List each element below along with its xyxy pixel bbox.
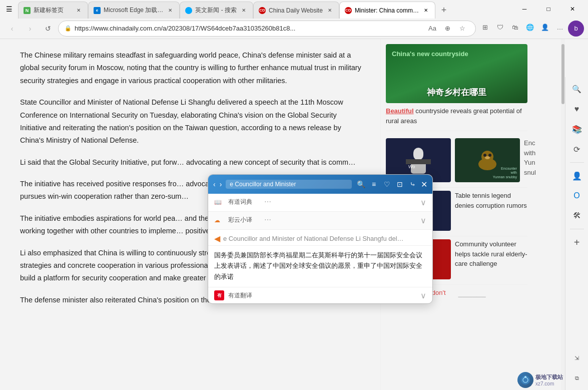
maximize-button[interactable]: □	[537, 1, 560, 17]
read-mode-button[interactable]: Aa	[425, 22, 439, 36]
speaker-svg: Wo	[406, 145, 431, 175]
caiyun-section: ☁ 彩云小译 ⋯ ∨	[208, 212, 432, 230]
caiyun-icon: ☁	[214, 217, 224, 224]
popup-menu-icon[interactable]: ≡	[369, 180, 379, 188]
sidebar-history-button[interactable]: ⟳	[568, 140, 586, 158]
tennis-news-text: Table tennis legend denies corruption ru…	[455, 191, 527, 231]
shopping-button[interactable]: 🛍	[508, 21, 522, 35]
watermark-url-text: xz7.com	[535, 381, 563, 386]
browser-frame: ☰ N 新建标签页 ✕ e Microsoft Edge 加载… ✕ 英文新闻 …	[0, 0, 588, 390]
translation-text: 国务委员兼国防部长李尚福星期二在莫斯科举行的第十一届国际安全会议上发表讲话，阐述…	[214, 250, 426, 282]
sidebar-favorites-button[interactable]: ♥	[568, 100, 586, 118]
popup-bookmark-icon[interactable]: ⊡	[395, 180, 405, 188]
yunnan-image[interactable]: EncounterwithYunnan snubby	[455, 138, 520, 182]
sidebar-split-button[interactable]: ⧉	[568, 369, 586, 387]
popup-close-btn[interactable]: ✕	[421, 180, 427, 189]
countryside-en-text: China's new countryside	[392, 50, 521, 58]
tab-chinadaily-close[interactable]: ✕	[326, 7, 334, 15]
tab-edge-addons[interactable]: e Microsoft Edge 加载… ✕	[88, 2, 180, 19]
popup-search-icon[interactable]: 🔍	[356, 180, 366, 188]
forward-button[interactable]: ›	[22, 21, 38, 37]
browser-menu-btn[interactable]: ☰	[4, 4, 14, 14]
minimize-button[interactable]: ─	[513, 1, 536, 17]
tab-search-close[interactable]: ✕	[240, 7, 248, 15]
sidebar-outlook-button[interactable]: O	[568, 187, 586, 205]
new-tab-favicon: N	[24, 7, 31, 14]
settings-more[interactable]: …	[553, 21, 567, 35]
svg-rect-2	[406, 159, 431, 164]
watermark-site-text: 极地下载站	[535, 373, 563, 381]
refresh-button[interactable]: ↺	[40, 21, 56, 37]
countryside-card: China's new countryside 神奇乡村在哪里 Beautifu…	[386, 44, 527, 131]
youdao-dict-section: 📖 有道词典 ⋯ ∨	[208, 194, 432, 212]
sidebar-resize-button[interactable]: ⇲	[568, 349, 586, 367]
tab-new-tab-close[interactable]: ✕	[75, 7, 83, 15]
two-col-caption: Encounter with Yunnan snubby	[524, 138, 535, 182]
tab-minister-close[interactable]: ✕	[422, 7, 430, 15]
sidebar-tools-button[interactable]: 🛠	[568, 207, 586, 225]
address-bar: ‹ › ↺ 🔒 https://www.chinadaily.com.cn/a/…	[0, 18, 588, 39]
youdao-logo: 有	[214, 290, 224, 300]
profile-button[interactable]: 👤	[538, 21, 552, 35]
tab-edge-addons-close[interactable]: ✕	[166, 7, 174, 15]
popup-next-btn[interactable]: ›	[220, 180, 222, 188]
chinadaily-favicon: CD	[259, 7, 266, 14]
window-controls: ─ □ ✕	[513, 1, 584, 17]
favorites-icon[interactable]: ⊕	[440, 22, 454, 36]
bing-copilot-button[interactable]: b	[568, 21, 584, 37]
svg-text:Wo: Wo	[408, 164, 415, 169]
beautiful-highlight: Beautiful	[386, 107, 414, 115]
sidebar-add-button[interactable]: +	[568, 233, 586, 251]
volunteer-news-text: Community volunteer helps tackle rural e…	[455, 239, 527, 279]
back-button[interactable]: ‹	[4, 21, 20, 37]
star-button[interactable]: ☆	[455, 22, 469, 36]
countryside-image[interactable]: China's new countryside 神奇乡村在哪里	[386, 44, 527, 103]
yunnan-card: EncounterwithYunnan snubby	[455, 138, 520, 182]
youdao-dict-dots[interactable]: ⋯	[264, 198, 271, 206]
popup-prev-btn[interactable]: ‹	[213, 180, 216, 188]
popup-header-icons: 🔍 ≡ ♡ ⊡ ⤷ ✕	[356, 180, 427, 189]
countryside-caption: Beautiful countryside reveals great pote…	[386, 106, 527, 131]
tab-search-label: 英文新闻 - 搜索	[195, 6, 237, 15]
right-sidebar: 🔍 ♥ 📚 ⟳ 👤 O 🛠 + ⇲ ⧉	[565, 77, 588, 390]
close-button[interactable]: ✕	[561, 1, 584, 17]
add-tab-button[interactable]: +	[435, 2, 452, 19]
youdao-fanyi-arrow[interactable]: ∨	[420, 291, 426, 300]
sidebar-profile-button[interactable]: 👤	[568, 167, 586, 185]
sidebar-separator-1	[570, 162, 584, 163]
translate-button[interactable]: 🌐	[523, 21, 537, 35]
browser-essentials[interactable]: 🛡	[493, 21, 507, 35]
tab-chinadaily-label: China Daily Website	[269, 7, 323, 14]
popup-share-icon[interactable]: ⤷	[408, 180, 418, 188]
address-input[interactable]: 🔒 https://www.chinadaily.com.cn/a/202308…	[58, 21, 476, 37]
split-screen-button[interactable]: ⊞	[478, 21, 492, 35]
ten-photos-arrow: ──────	[458, 293, 528, 300]
tab-chinadaily[interactable]: CD China Daily Website ✕	[253, 2, 339, 19]
watermark: 极地下载站 xz7.com	[517, 372, 563, 388]
tab-new-tab[interactable]: N 新建标签页 ✕	[18, 2, 88, 19]
paragraph-3: Li said that the Global Security Initiat…	[20, 156, 365, 169]
translation-popup: ‹ › e Councillor and Minister 🔍 ≡ ♡ ⊡ ⤷ …	[208, 174, 433, 304]
original-text: e Councillor and Minister of National De…	[223, 235, 426, 242]
youdao-fanyi-label: 有道翻译	[228, 291, 416, 300]
sidebar-search-button[interactable]: 🔍	[568, 80, 586, 98]
caiyun-dots[interactable]: ⋯	[264, 216, 271, 224]
caiyun-arrow[interactable]: ∨	[420, 216, 426, 225]
sidebar-collections-button[interactable]: 📚	[568, 120, 586, 138]
youdao-fanyi-section: 有 有道翻译 ∨	[208, 287, 432, 303]
watermark-logo-svg	[520, 375, 530, 385]
youdao-dict-arrow[interactable]: ∨	[420, 198, 426, 207]
tab-search[interactable]: 英文新闻 - 搜索 ✕	[180, 2, 253, 19]
svg-rect-0	[413, 148, 423, 160]
svg-point-6	[483, 154, 486, 157]
popup-heart-icon[interactable]: ♡	[382, 180, 392, 188]
scrollbar-area	[561, 39, 565, 390]
youdao-dict-icon: 📖	[214, 199, 224, 206]
edge-addons-favicon: e	[94, 7, 101, 14]
address-text: https://www.chinadaily.com.cn/a/202308/1…	[75, 25, 422, 32]
popup-body: 📖 有道词典 ⋯ ∨ ☁ 彩云小译 ⋯ ∨ ◀ e Councillor and…	[208, 194, 432, 303]
scrollbar-thumb[interactable]	[561, 44, 564, 104]
tab-minister[interactable]: CD Minister: China comm… ✕	[339, 2, 435, 19]
sidebar-separator-2	[570, 229, 584, 229]
title-bar: ☰ N 新建标签页 ✕ e Microsoft Edge 加载… ✕ 英文新闻 …	[0, 0, 588, 18]
